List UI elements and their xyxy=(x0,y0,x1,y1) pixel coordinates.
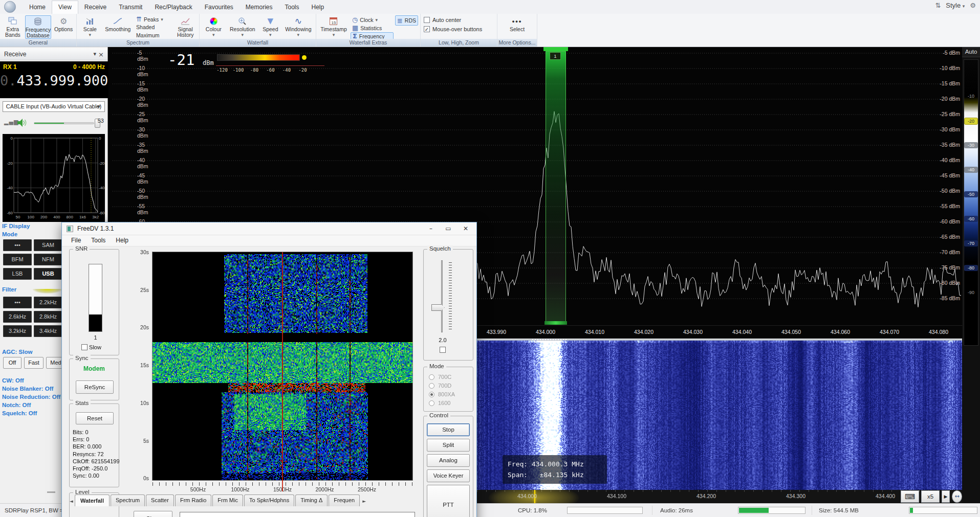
tuned-frequency[interactable]: 0.433.999.900 xyxy=(0,73,108,88)
zoom-x5-button[interactable]: x5 xyxy=(921,490,940,503)
filter-2k6-button[interactable]: 2.6kHz xyxy=(3,311,32,323)
mode-lsb-button[interactable]: LSB xyxy=(3,268,32,280)
timestamp-button[interactable]: 15 Timestamp ▾ xyxy=(318,15,349,39)
zoom-arrow-button[interactable]: ▶ xyxy=(942,490,950,503)
rx-marker-badge[interactable]: 1 xyxy=(550,52,561,60)
freedv-tab-2[interactable]: Scatter xyxy=(146,494,174,506)
audio-device-select[interactable]: CABLE Input (VB-Audio Virtual Cable)▼ xyxy=(3,101,105,112)
keyboard-entry-button[interactable]: ⌨ xyxy=(901,490,919,503)
mode-bfm-button[interactable]: BFM xyxy=(3,254,32,265)
radio-700d[interactable] xyxy=(429,383,434,389)
frequency-database-button[interactable]: Frequency Database xyxy=(25,15,52,39)
ribbon-collapse-icon[interactable]: ⇅ xyxy=(935,2,941,9)
freedv-window[interactable]: FreeDV 1.3.1 – ▭ ✕ FileToolsHelp SNR 1 S… xyxy=(61,222,477,517)
freedv-menu-1[interactable]: Tools xyxy=(86,235,111,246)
filter-2k2-button[interactable]: 2.2kHz xyxy=(34,297,62,308)
ribbon-tab-8[interactable]: Help xyxy=(306,1,331,14)
analog-button[interactable]: Analog xyxy=(427,454,470,467)
ribbon-tab-5[interactable]: Favourites xyxy=(199,1,239,14)
panel-splitter-handle[interactable] xyxy=(47,491,55,493)
splitter-grip[interactable] xyxy=(532,339,568,340)
volume-slider[interactable] xyxy=(34,122,94,124)
freedv-close-button[interactable]: ✕ xyxy=(457,222,474,235)
ribbon-tab-1[interactable]: View xyxy=(52,1,78,14)
signal-history-button[interactable]: Signal History xyxy=(173,15,197,39)
split-button[interactable]: Split xyxy=(427,439,470,452)
ribbon-tab-4[interactable]: Rec/Playback xyxy=(148,1,198,14)
auto-scale-button[interactable]: Auto xyxy=(962,47,980,57)
freedv-tab-7[interactable]: Frequen xyxy=(329,494,360,506)
radio-1600[interactable] xyxy=(429,400,434,406)
statistics-button[interactable]: ▦ Statistics xyxy=(351,24,394,32)
clear-button[interactable]: Clear xyxy=(134,511,172,517)
mouse-over-buttons-checkbox[interactable]: ✓ Mouse-over buttons xyxy=(424,26,494,32)
resync-button[interactable]: ReSync xyxy=(76,380,114,394)
agc-off-button[interactable]: Off xyxy=(3,357,21,369)
mode-usb-button[interactable]: USB xyxy=(34,268,62,280)
ribbon-tab-2[interactable]: Receive xyxy=(78,1,113,14)
freedv-tab-0[interactable]: Waterfall xyxy=(75,494,110,506)
tab-scroll-left-icon[interactable]: ◄ xyxy=(68,496,75,506)
app-menu-button[interactable] xyxy=(4,1,16,13)
speaker-icon[interactable] xyxy=(16,118,28,128)
options-button[interactable]: ⚙ Options xyxy=(53,15,74,39)
tab-scroll-right-icon[interactable]: ► xyxy=(361,496,367,506)
squelch-slider-track[interactable] xyxy=(441,260,443,332)
freedv-menu-2[interactable]: Help xyxy=(111,235,134,246)
mode-sam-button[interactable]: SAM xyxy=(34,239,62,251)
panel-close-icon[interactable]: × xyxy=(98,51,104,58)
freedv-text-input[interactable] xyxy=(180,512,415,517)
stop-button[interactable]: Stop xyxy=(427,423,470,436)
filter-3k4-button[interactable]: 3.4kHz xyxy=(34,325,62,337)
resolution-button[interactable]: Resolution ▾ xyxy=(227,15,258,39)
time-label-3: 15s xyxy=(140,362,149,368)
ribbon-tab-6[interactable]: Memories xyxy=(239,1,279,14)
clock-button[interactable]: ◷ Clock ▾ xyxy=(351,16,394,24)
freedv-tab-3[interactable]: Frm Radio xyxy=(175,494,211,506)
rds-button[interactable]: ≣ RDS xyxy=(395,15,418,26)
stats-reset-button[interactable]: Reset xyxy=(76,412,114,424)
radio-800xa[interactable] xyxy=(429,392,434,397)
extra-bands-button[interactable]: Extra Bands xyxy=(2,15,24,39)
radio-700c[interactable] xyxy=(429,374,434,380)
shaded-button[interactable]: Shaded xyxy=(135,24,172,31)
rx-passband-highlight[interactable] xyxy=(546,51,566,324)
freedv-maximize-button[interactable]: ▭ xyxy=(440,222,457,235)
freedv-tab-4[interactable]: Frm Mic xyxy=(212,494,243,506)
maximum-button[interactable]: Maximum xyxy=(135,32,172,39)
ribbon-tab-7[interactable]: Tools xyxy=(279,1,306,14)
ribbon-tab-3[interactable]: Transmit xyxy=(113,1,148,14)
squelch-enable-checkbox[interactable] xyxy=(440,346,446,353)
freedv-tab-1[interactable]: Spectrum xyxy=(111,494,145,506)
mode-nfm-button[interactable]: NFM xyxy=(34,254,62,265)
scale-button[interactable]: Scale ▾ xyxy=(79,15,101,39)
freedv-tab-6[interactable]: Timing Δ xyxy=(295,494,328,506)
snr-slow-checkbox[interactable]: Slow xyxy=(81,344,101,350)
ptt-button[interactable]: PTT xyxy=(427,485,470,517)
freedv-title-bar[interactable]: FreeDV 1.3.1 – ▭ ✕ xyxy=(62,222,476,235)
palette-legend-bar[interactable] xyxy=(217,54,300,61)
auto-center-checkbox[interactable]: Auto center xyxy=(424,17,494,23)
windowing-button[interactable]: ∿ Windowing ▾ xyxy=(283,15,314,39)
style-menu[interactable]: Style ▾ xyxy=(946,2,965,9)
agc-fast-button[interactable]: Fast xyxy=(24,357,43,369)
freedv-minimize-button[interactable]: – xyxy=(422,222,440,235)
select-button[interactable]: ••• Select xyxy=(503,15,532,39)
filter-more-button[interactable]: ••• xyxy=(3,297,32,308)
peaks-button[interactable]: ⇈ Peaks ▾ xyxy=(135,15,172,23)
mode-more-button[interactable]: ••• xyxy=(3,239,32,251)
stats-group-label: Stats xyxy=(73,400,91,406)
filter-2k8-button[interactable]: 2.8kHz xyxy=(34,311,62,323)
freedv-tab-5[interactable]: To Spkr/Hdphns xyxy=(244,494,294,506)
colour-button[interactable]: Colour ▾ xyxy=(202,15,226,39)
speed-button[interactable]: ▼ Speed ▾ xyxy=(259,15,281,39)
palette-gradient-bar[interactable] xyxy=(964,59,978,346)
smoothing-button[interactable]: Smoothing xyxy=(103,15,133,39)
panel-menu-icon[interactable]: ▾ xyxy=(93,51,96,57)
ribbon-tab-0[interactable]: Home xyxy=(23,1,52,14)
filter-3k2-button[interactable]: 3.2kHz xyxy=(3,325,32,337)
freedv-menu-0[interactable]: File xyxy=(66,235,86,246)
settings-gear-icon[interactable]: ⚙ xyxy=(970,2,976,9)
voice-keyer-button[interactable]: Voice Keyer xyxy=(427,469,470,482)
span-expand-button[interactable]: ↔ xyxy=(952,490,962,503)
